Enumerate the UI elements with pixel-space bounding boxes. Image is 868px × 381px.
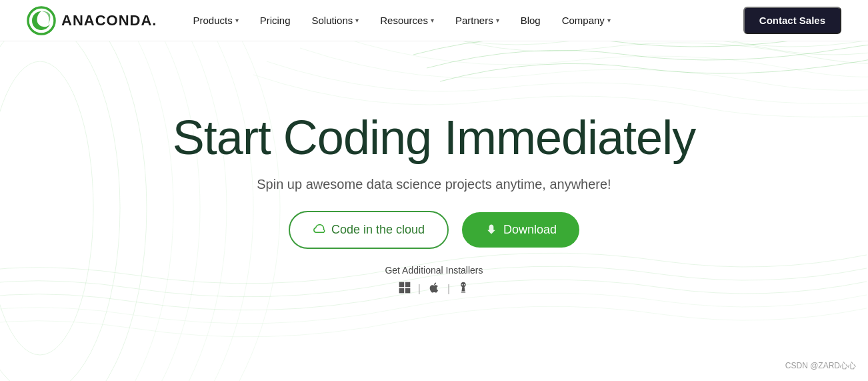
hero-section: .wave { fill: none; stroke-width: 1; } .…	[0, 41, 868, 381]
svg-rect-12	[405, 288, 411, 293]
code-in-cloud-button[interactable]: Code in the cloud	[289, 211, 449, 249]
hero-subtitle: Spin up awesome data science projects an…	[257, 177, 611, 192]
nav-item-resources[interactable]: Resources ▾	[371, 11, 443, 30]
anaconda-logo-icon	[27, 6, 56, 35]
svg-rect-11	[399, 288, 404, 293]
separator-1: |	[418, 283, 421, 295]
svg-rect-10	[405, 282, 411, 287]
download-icon	[485, 223, 498, 236]
svg-point-3	[0, 41, 147, 381]
nav-item-pricing[interactable]: Pricing	[251, 11, 300, 30]
nav-item-partners[interactable]: Partners ▾	[446, 11, 509, 30]
chevron-down-icon: ▾	[355, 17, 359, 24]
chevron-down-icon: ▾	[235, 17, 239, 24]
svg-rect-9	[399, 282, 404, 287]
watermark-text: CSDN @ZARD心心	[785, 360, 856, 372]
download-button[interactable]: Download	[462, 212, 579, 248]
logo-text: ANACONDA.	[61, 12, 157, 29]
chevron-down-icon: ▾	[431, 17, 434, 24]
hero-buttons: Code in the cloud Download	[289, 211, 579, 249]
svg-point-4	[0, 41, 173, 381]
windows-installer-icon[interactable]	[398, 281, 411, 298]
nav-item-company[interactable]: Company ▾	[553, 11, 620, 30]
svg-point-5	[0, 41, 200, 381]
nav-item-products[interactable]: Products ▾	[183, 11, 247, 30]
svg-point-14	[464, 284, 465, 286]
nav-item-solutions[interactable]: Solutions ▾	[303, 11, 369, 30]
svg-point-1	[0, 61, 93, 355]
apple-installer-icon[interactable]	[427, 281, 441, 298]
additional-installers: Get Additional Installers |	[385, 265, 483, 298]
chevron-down-icon: ▾	[607, 17, 611, 24]
svg-point-2	[0, 41, 120, 381]
nav-links: Products ▾ Pricing Solutions ▾ Resources…	[183, 11, 743, 30]
chevron-down-icon: ▾	[496, 17, 499, 24]
logo[interactable]: ANACONDA.	[27, 6, 157, 35]
separator-2: |	[447, 283, 450, 295]
cloud-icon	[313, 224, 326, 235]
nav-item-blog[interactable]: Blog	[511, 11, 550, 30]
svg-point-13	[462, 284, 463, 286]
contact-sales-button[interactable]: Contact Sales	[743, 7, 841, 34]
hero-title: Start Coding Immediately	[173, 111, 695, 164]
hero-content: Start Coding Immediately Spin up awesome…	[173, 111, 695, 297]
additional-installers-label: Get Additional Installers	[385, 265, 483, 276]
installer-icons-row: | |	[398, 281, 470, 298]
linux-installer-icon[interactable]	[457, 281, 470, 298]
navbar: ANACONDA. Products ▾ Pricing Solutions ▾…	[0, 0, 868, 41]
